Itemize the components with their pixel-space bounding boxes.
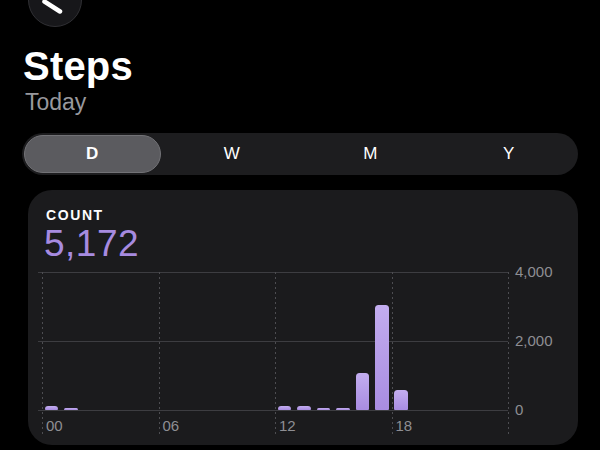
gridline-x-12 [275, 272, 276, 437]
tab-year[interactable]: Y [442, 135, 577, 173]
steps-bar-hour-16[interactable] [356, 373, 370, 410]
tab-day[interactable]: D [24, 135, 161, 173]
steps-bar-hour-18[interactable] [394, 390, 408, 410]
x-axis-label-06: 06 [163, 417, 180, 435]
tab-week[interactable]: W [165, 135, 300, 173]
page-subtitle: Today [25, 89, 86, 116]
steps-bar-hour-13[interactable] [297, 406, 311, 410]
y-axis-label-0: 0 [515, 401, 523, 419]
hourly-steps-bar-chart: 02,0004,00000061218 [28, 272, 578, 442]
metric-label: COUNT [46, 207, 104, 223]
steps-bar-hour-0[interactable] [45, 406, 59, 410]
x-axis-label-00: 00 [46, 417, 63, 435]
steps-bar-hour-14[interactable] [317, 408, 331, 410]
tab-month[interactable]: M [303, 135, 438, 173]
gridline-y-4,000 [38, 272, 508, 273]
time-range-segmented-control: D W M Y [22, 133, 578, 175]
gridline-x-18 [392, 272, 393, 437]
gridline-y-2,000 [38, 341, 508, 342]
x-axis-label-18: 18 [396, 417, 413, 435]
steps-bar-hour-12[interactable] [278, 406, 292, 410]
metric-value: 5,172 [44, 223, 139, 265]
steps-bar-hour-15[interactable] [336, 408, 350, 410]
chevron-left-icon [29, 0, 83, 28]
steps-chart-card: COUNT 5,172 02,0004,00000061218 [28, 190, 578, 445]
gridline-y-0 [38, 410, 508, 411]
gridline-x-24 [508, 272, 509, 437]
gridline-x-6 [159, 272, 160, 437]
y-axis-label-2,000: 2,000 [515, 332, 553, 350]
y-axis-label-4,000: 4,000 [515, 263, 553, 281]
page-title: Steps [23, 44, 133, 89]
gridline-x-0 [42, 272, 43, 437]
steps-bar-hour-17[interactable] [375, 305, 389, 410]
steps-bar-hour-1[interactable] [64, 408, 78, 410]
steps-detail-screen: Steps Today D W M Y COUNT 5,172 02,0004,… [0, 0, 600, 450]
back-button[interactable] [28, 0, 82, 27]
x-axis-label-12: 12 [279, 417, 296, 435]
